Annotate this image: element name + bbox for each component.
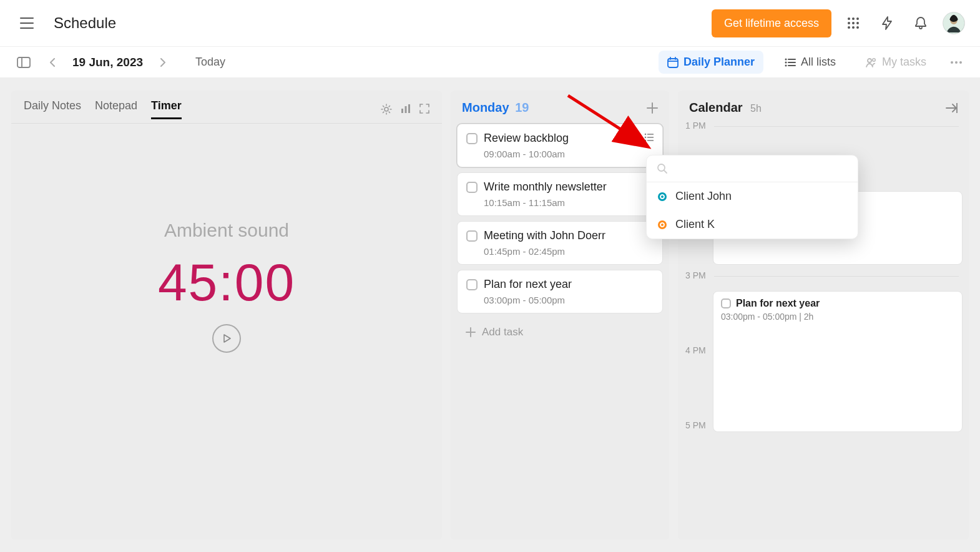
svg-point-24 [873, 58, 875, 61]
view-daily-planner-label: Daily Planner [684, 56, 755, 69]
task-card[interactable]: Review backblog 09:00am - 10:00am [457, 124, 663, 167]
task-time: 09:00am - 10:00am [484, 149, 654, 159]
toolbar-right: Daily Planner All lists My tasks [659, 51, 965, 74]
add-task-icon[interactable] [647, 102, 658, 114]
svg-rect-11 [17, 57, 30, 67]
event-subtitle: 03:00pm - 05:00pm | 2h [721, 312, 954, 322]
ambient-sound-label[interactable]: Ambient sound [164, 220, 289, 241]
task-card[interactable]: Write monthly newsletter 10:15am - 11:15… [457, 172, 663, 216]
app-title: Schedule [54, 14, 116, 32]
svg-point-21 [785, 64, 786, 66]
stats-icon[interactable] [401, 104, 411, 115]
gear-icon[interactable] [381, 104, 392, 115]
popover-item-label: Client K [675, 218, 715, 231]
svg-point-25 [951, 61, 953, 64]
popover-search [647, 155, 858, 182]
add-task-label: Add task [482, 326, 523, 338]
tab-notepad[interactable]: Notepad [95, 99, 137, 119]
task-title: Write monthly newsletter [484, 180, 607, 194]
svg-point-0 [848, 17, 850, 20]
view-my-tasks[interactable]: My tasks [857, 51, 935, 74]
day-column: Monday 19 Review backblog 09:00am - 10:0… [451, 91, 669, 540]
tab-timer[interactable]: Timer [151, 99, 182, 119]
collapse-calendar-icon[interactable] [945, 103, 958, 113]
hour-label: 1 PM [685, 121, 710, 131]
svg-point-17 [785, 58, 786, 60]
view-all-lists[interactable]: All lists [776, 51, 845, 74]
task-checkbox[interactable] [466, 230, 478, 242]
popover-item-client-k[interactable]: Client K [647, 210, 858, 239]
prev-day-icon[interactable] [44, 54, 61, 71]
task-play-icon[interactable] [624, 131, 637, 144]
calendar-duration: 5h [750, 103, 762, 114]
bell-icon[interactable] [909, 11, 933, 35]
sidebar-toggle-icon[interactable] [15, 54, 32, 71]
day-weekday: Monday [462, 101, 509, 114]
timer-area: Ambient sound 45:00 [11, 124, 442, 448]
fullscreen-icon[interactable] [419, 104, 429, 115]
calendar-header: Calendar 5h [678, 91, 969, 121]
apps-grid-icon[interactable] [841, 11, 865, 35]
task-title: Review backblog [484, 132, 569, 145]
task-list: Review backblog 09:00am - 10:00am Write … [451, 121, 669, 352]
lifetime-access-button[interactable]: Get lifetime access [712, 9, 831, 37]
svg-point-1 [852, 17, 855, 20]
avatar[interactable] [943, 12, 965, 34]
svg-rect-29 [401, 109, 403, 113]
svg-point-36 [645, 140, 647, 142]
timer-play-button[interactable] [212, 324, 241, 353]
bolt-icon[interactable] [875, 11, 899, 35]
svg-point-28 [385, 107, 388, 111]
event-title: Plan for next year [736, 298, 820, 309]
svg-point-5 [856, 22, 859, 24]
svg-rect-30 [405, 106, 407, 113]
hour-label: 3 PM [685, 270, 710, 280]
top-header: Schedule Get lifetime access [0, 0, 980, 47]
day-column-header: Monday 19 [451, 91, 669, 121]
svg-point-23 [868, 59, 871, 62]
list-popover: Client John Client K [646, 155, 858, 239]
svg-point-40 [658, 164, 665, 171]
add-task-button[interactable]: Add task [457, 318, 663, 346]
tab-daily-notes[interactable]: Daily Notes [24, 99, 81, 119]
popover-search-input[interactable] [673, 163, 848, 174]
svg-line-41 [664, 170, 667, 173]
task-checkbox[interactable] [466, 279, 478, 290]
calendar-event[interactable]: Plan for next year 03:00pm - 05:00pm | 2… [713, 291, 963, 432]
popover-item-label: Client John [675, 190, 732, 203]
view-daily-planner[interactable]: Daily Planner [659, 51, 763, 74]
task-checkbox[interactable] [466, 133, 478, 144]
left-panel-tabs: Daily Notes Notepad Timer [11, 91, 442, 124]
main-body: Daily Notes Notepad Timer Ambient sound … [0, 78, 980, 552]
hour-label: 4 PM [685, 345, 710, 355]
menu-icon[interactable] [15, 11, 39, 35]
header-left: Schedule [15, 11, 116, 35]
task-time: 01:45pm - 02:45pm [484, 246, 654, 257]
event-checkbox[interactable] [721, 298, 731, 308]
popover-item-client-john[interactable]: Client John [647, 182, 858, 210]
svg-point-27 [959, 61, 962, 64]
svg-point-32 [645, 134, 647, 136]
task-card[interactable]: Meeting with John Doerr 01:45pm - 02:45p… [457, 221, 663, 265]
task-title: Plan for next year [484, 278, 572, 291]
task-time: 10:15am - 11:15am [484, 197, 654, 208]
task-card[interactable]: Plan for next year 03:00pm - 05:00pm [457, 270, 663, 313]
search-icon [657, 163, 668, 174]
task-checkbox[interactable] [466, 182, 478, 193]
list-color-dot [658, 220, 667, 229]
list-color-dot [658, 192, 667, 201]
hour-label: 5 PM [685, 420, 710, 430]
svg-point-8 [856, 26, 859, 29]
current-date[interactable]: 19 Jun, 2023 [72, 56, 143, 69]
left-panel: Daily Notes Notepad Timer Ambient sound … [11, 91, 442, 540]
svg-point-3 [848, 22, 850, 24]
svg-point-4 [852, 22, 855, 24]
today-button[interactable]: Today [195, 56, 225, 69]
more-icon[interactable] [948, 54, 965, 71]
next-day-icon[interactable] [154, 54, 172, 71]
task-list-icon[interactable] [642, 131, 656, 144]
svg-point-19 [785, 61, 786, 63]
task-title: Meeting with John Doerr [484, 229, 605, 242]
toolbar-left: 19 Jun, 2023 Today [15, 54, 225, 71]
view-all-lists-label: All lists [801, 56, 836, 69]
